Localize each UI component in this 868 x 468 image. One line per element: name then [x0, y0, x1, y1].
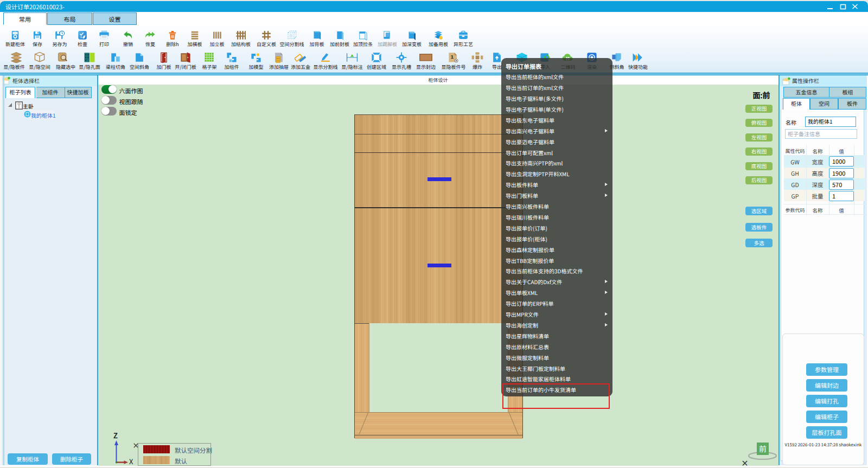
svg-text:1: 1	[451, 53, 454, 59]
